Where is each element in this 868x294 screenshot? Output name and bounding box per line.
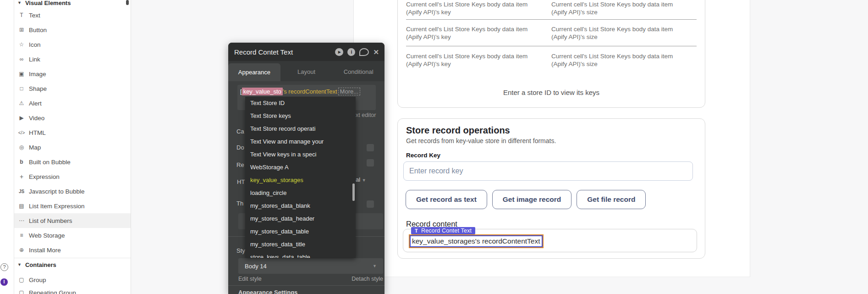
table-row[interactable]: Current cell's List Store Keys body data…: [406, 25, 697, 41]
table-row[interactable]: Current cell's List Store Keys body data…: [406, 0, 697, 16]
panel-divider: [228, 285, 385, 286]
selected-expression-token[interactable]: key_value_sto: [242, 88, 283, 95]
sidebar-item-web-storage[interactable]: ≡Web Storage: [14, 228, 131, 243]
dropdown-option[interactable]: my_stores_data_blank: [245, 200, 356, 212]
sidebar-item-list-item-expression[interactable]: ▤List Item Expression: [14, 199, 131, 213]
sidebar-item-html[interactable]: </>HTML: [14, 125, 131, 140]
key-cell-line1: Current cell's List Store Keys body data…: [406, 0, 551, 8]
style-select-value: Body 14: [245, 263, 267, 270]
install-plus-icon: ⊕: [17, 247, 26, 253]
item-label: Expression: [29, 173, 60, 180]
dropdown-option[interactable]: loading_circle: [245, 187, 356, 200]
item-label: Video: [29, 115, 44, 122]
style-select[interactable]: Body 14 ▼: [238, 258, 383, 274]
property-editor-titlebar[interactable]: Record Contet Text ▶ i ✕: [228, 43, 385, 61]
checkbox[interactable]: [367, 159, 374, 166]
record-key-input[interactable]: [403, 161, 693, 181]
titlebar-icons: ▶ i ✕: [335, 43, 379, 61]
sidebar-item-alert[interactable]: ⚠Alert: [14, 96, 131, 111]
sidebar-item-javascript-to-bubble[interactable]: JSJavascript to Bubble: [14, 184, 131, 199]
containers-header[interactable]: ▼ Containers: [17, 261, 56, 268]
dropdown-option[interactable]: Text Store ID: [245, 97, 356, 110]
table-row[interactable]: Current cell's List Store Keys body data…: [406, 52, 697, 68]
tab-layout[interactable]: Layout: [280, 61, 333, 81]
key-cell-line2: (Apify API)'s key: [406, 33, 551, 41]
dropdown-option[interactable]: Text View and manage your: [245, 135, 356, 148]
elements-palette: ▼ Visual Elements TText ⊞Button ☆Icon ∞L…: [14, 0, 131, 294]
selected-text-element[interactable]: key_value_storages's recordContentText: [410, 235, 543, 247]
size-cell: Current cell's List Store Keys body data…: [551, 52, 697, 68]
close-icon[interactable]: ✕: [373, 48, 379, 56]
chevron-down-icon: ▼: [362, 178, 366, 183]
preview-play-icon[interactable]: ▶: [335, 48, 343, 56]
help-icon[interactable]: ?: [0, 263, 8, 271]
item-label: Built on Bubble: [29, 159, 71, 166]
sidebar-item-button[interactable]: ⊞Button: [14, 22, 131, 37]
edit-style-link[interactable]: Edit style: [238, 276, 262, 282]
sidebar-item-image[interactable]: ▣Image: [14, 67, 131, 81]
avatar[interactable]: I: [0, 278, 8, 286]
select-value-text: al: [356, 176, 360, 183]
key-cell: Current cell's List Store Keys body data…: [406, 0, 551, 16]
bubble-icon: b: [17, 159, 26, 165]
record-buttons-row: Get record as text Get image record Get …: [406, 190, 646, 209]
get-file-record-button[interactable]: Get file record: [577, 190, 646, 209]
option-label-partial: HT: [237, 178, 245, 185]
dropdown-option[interactable]: my_stores_data_title: [245, 238, 356, 251]
option-label-partial: Do: [236, 144, 244, 151]
expression-more-chip[interactable]: More...: [338, 88, 360, 95]
palette-scrollbar[interactable]: [126, 0, 129, 5]
dropdown-option[interactable]: store_keys_data_table: [245, 251, 356, 258]
html-icon: </>: [17, 130, 26, 135]
dynamic-expression-text[interactable]: 's recordContentText: [283, 88, 337, 95]
collapse-triangle-icon: ▼: [17, 0, 22, 5]
sidebar-item-built-on-bubble[interactable]: bBuilt on Bubble: [14, 155, 131, 169]
comment-icon[interactable]: [359, 48, 369, 56]
size-cell-line1: Current cell's List Store Keys body data…: [551, 52, 697, 60]
dropdown-option[interactable]: my_stores_data_header: [245, 212, 356, 225]
size-cell: Current cell's List Store Keys body data…: [551, 0, 697, 16]
item-label: Alert: [29, 100, 42, 107]
get-image-record-button[interactable]: Get image record: [492, 190, 572, 209]
visual-elements-header[interactable]: ▼ Visual Elements: [17, 0, 71, 6]
checkbox[interactable]: [367, 200, 374, 208]
dropdown-option[interactable]: Text View keys in a speci: [245, 148, 356, 161]
dropdown-option[interactable]: WebStorage A: [245, 161, 356, 174]
select-value-partial[interactable]: al ▼: [356, 176, 366, 183]
item-label: Button: [29, 27, 47, 33]
detach-style-link[interactable]: Detach style: [352, 276, 383, 282]
alert-icon: ⚠: [17, 100, 26, 106]
dropdown-option[interactable]: my_stores_data_table: [245, 225, 356, 238]
sidebar-item-icon[interactable]: ☆Icon: [14, 37, 131, 52]
selected-element-badge: T Record Contet Text: [411, 227, 475, 234]
item-label: Shape: [29, 85, 47, 92]
size-cell-line1: Current cell's List Store Keys body data…: [551, 25, 697, 33]
link-icon: ∞: [17, 56, 26, 62]
dropdown-scrollbar[interactable]: [352, 183, 355, 201]
checkbox[interactable]: [367, 144, 374, 151]
tab-conditional[interactable]: Conditional: [332, 61, 385, 81]
tab-appearance[interactable]: Appearance: [228, 63, 280, 81]
info-icon[interactable]: i: [347, 48, 355, 56]
chevron-down-icon: ▼: [373, 264, 377, 268]
sidebar-item-map[interactable]: ◎Map: [14, 140, 131, 155]
dropdown-option-highlighted[interactable]: key_value_storages: [245, 174, 356, 187]
size-cell: Current cell's List Store Keys body data…: [551, 25, 697, 41]
item-label: Map: [29, 144, 41, 151]
left-rail: [0, 0, 14, 294]
sidebar-item-install-more[interactable]: ⊕Install More: [14, 243, 131, 257]
sidebar-item-repeating-group[interactable]: ▢Repeating Group: [14, 285, 131, 294]
key-cell-line2: (Apify API)'s key: [406, 8, 551, 16]
sidebar-item-expression[interactable]: +Expression: [14, 169, 131, 184]
sidebar-item-shape[interactable]: □Shape: [14, 81, 131, 96]
size-cell-line2: (Apify API)'s size: [551, 33, 697, 41]
sidebar-item-link[interactable]: ∞Link: [14, 52, 131, 67]
sidebar-item-video[interactable]: ▶Video: [14, 111, 131, 125]
rich-text-editor-link-partial[interactable]: xt editor: [356, 112, 376, 118]
caption-label-partial: Ca: [236, 128, 244, 135]
dropdown-option[interactable]: Text Store keys: [245, 110, 356, 122]
sidebar-item-text[interactable]: TText: [14, 8, 131, 22]
dropdown-option[interactable]: Text Store record operati: [245, 122, 356, 135]
get-record-as-text-button[interactable]: Get record as text: [406, 190, 487, 209]
sidebar-item-list-of-numbers[interactable]: ⋯List of Numbers: [14, 213, 131, 228]
